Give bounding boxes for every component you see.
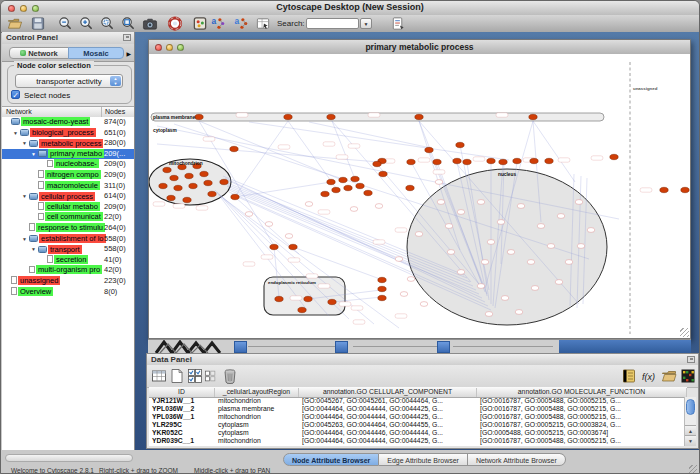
node[interactable] xyxy=(447,250,455,255)
disclosure-triangle-icon[interactable]: ▼ xyxy=(22,191,29,202)
tab-overflow-arrow-icon[interactable]: ▶ xyxy=(126,50,131,57)
zoom-out-icon[interactable] xyxy=(57,16,73,31)
selected-node[interactable] xyxy=(289,244,297,249)
zoom-selected-icon[interactable] xyxy=(99,16,115,31)
node[interactable] xyxy=(350,207,358,212)
attribute-table-icon[interactable] xyxy=(151,368,167,384)
selected-node[interactable] xyxy=(284,114,292,119)
column-header[interactable]: annotation.GO MOLECULAR_FUNCTION xyxy=(477,388,687,397)
selected-node[interactable] xyxy=(463,159,471,164)
selected-node[interactable] xyxy=(339,177,347,182)
scrollbar-thumb[interactable] xyxy=(686,399,695,415)
search-input[interactable] xyxy=(306,18,359,29)
selected-node[interactable] xyxy=(351,176,359,181)
tree-row[interactable]: ▼transport558(0) xyxy=(2,244,134,255)
tree-row[interactable]: macromolecule311(0) xyxy=(2,181,134,192)
selected-node[interactable] xyxy=(185,173,193,178)
selected-node[interactable] xyxy=(231,194,239,199)
tab-edge-attribute-browser[interactable]: Edge Attribute Browser xyxy=(379,453,468,466)
disclosure-triangle-icon[interactable]: ▼ xyxy=(22,234,29,245)
tree-row[interactable]: ▼primary metabo209(... xyxy=(2,149,134,160)
tree-row[interactable]: nucleobase-209(0) xyxy=(2,159,134,170)
selected-node[interactable] xyxy=(453,158,461,163)
node[interactable] xyxy=(555,280,563,285)
tree-row[interactable]: unassigned223(0) xyxy=(2,276,134,287)
selected-node[interactable] xyxy=(344,185,352,190)
scroll-down-button[interactable]: ▼ xyxy=(685,435,696,446)
selected-node[interactable] xyxy=(170,175,178,180)
table-scrollbar[interactable]: ▲ ▼ xyxy=(684,397,696,446)
table-row[interactable]: YLR295Ccytoplasm[GO:0045263, GO:0044464,… xyxy=(149,421,687,429)
selected-node[interactable] xyxy=(545,158,553,163)
tree-row[interactable]: nitrogen compo209(0) xyxy=(2,170,134,181)
column-header[interactable]: annotation.GO CELLULAR_COMPONENT xyxy=(299,388,477,397)
selected-node[interactable] xyxy=(660,187,668,192)
selected-node[interactable] xyxy=(373,161,381,166)
node[interactable] xyxy=(265,222,273,227)
edge[interactable] xyxy=(293,247,380,279)
selected-node[interactable] xyxy=(499,159,507,164)
selected-node[interactable] xyxy=(415,114,423,119)
table-row[interactable]: YPL036W__1mitochondrion[GO:0044464, GO:0… xyxy=(149,413,687,421)
disclosure-triangle-icon[interactable]: ▼ xyxy=(31,244,38,255)
node[interactable] xyxy=(531,286,539,291)
selected-node[interactable] xyxy=(167,195,175,200)
selected-node[interactable] xyxy=(321,191,329,196)
selected-node[interactable] xyxy=(681,187,689,192)
background-window-button[interactable] xyxy=(437,341,450,353)
select-nodes-checkbox[interactable]: ✓ xyxy=(11,90,20,99)
create-attribute-icon[interactable] xyxy=(169,368,185,384)
selected-node[interactable] xyxy=(433,159,441,164)
table-row[interactable]: YDR039C__1mitochondrion[GO:0044464, GO:0… xyxy=(149,437,687,445)
selected-node[interactable] xyxy=(298,307,306,312)
app-resize-grip[interactable] xyxy=(689,465,697,473)
node[interactable] xyxy=(517,204,525,209)
node[interactable] xyxy=(577,244,585,249)
unselect-attributes-icon[interactable] xyxy=(204,368,216,384)
column-header[interactable]: _cellularLayoutRegion xyxy=(215,388,299,397)
disclosure-triangle-icon[interactable]: ▼ xyxy=(31,149,38,160)
node[interactable] xyxy=(437,200,445,205)
control-panel-scrollbar[interactable] xyxy=(5,454,133,462)
node[interactable] xyxy=(445,224,453,229)
selected-node[interactable] xyxy=(275,296,283,301)
node[interactable] xyxy=(587,228,595,233)
function-builder-icon[interactable]: f(x) xyxy=(641,368,657,384)
float-panel-icon[interactable] xyxy=(687,356,695,363)
selected-node[interactable] xyxy=(327,179,335,184)
selected-node[interactable] xyxy=(487,158,495,163)
selected-node[interactable] xyxy=(364,190,372,195)
node[interactable] xyxy=(557,214,565,219)
column-header[interactable]: ID xyxy=(149,388,215,397)
tree-row[interactable]: ▼biological_process651(0) xyxy=(2,128,134,139)
selected-node[interactable] xyxy=(407,159,415,164)
node[interactable] xyxy=(485,312,493,317)
background-window-titlebar[interactable] xyxy=(559,340,691,354)
background-window-button[interactable] xyxy=(335,341,348,353)
selected-node[interactable] xyxy=(163,167,171,172)
selected-node[interactable] xyxy=(195,114,203,119)
attribute-editor-icon[interactable] xyxy=(255,16,271,31)
tree-column-nodes[interactable]: Nodes xyxy=(105,108,125,115)
node[interactable] xyxy=(477,284,485,289)
tree-row[interactable]: response to stimulu264(0) xyxy=(2,223,134,234)
node[interactable] xyxy=(575,200,583,205)
selected-node[interactable] xyxy=(174,185,182,190)
search-dropdown-arrow[interactable]: ▼ xyxy=(360,18,372,29)
node[interactable] xyxy=(527,260,535,265)
tree-row[interactable]: Overview8(0) xyxy=(2,287,134,298)
node-color-dropdown[interactable]: transporter activity ▲▼ xyxy=(15,74,123,88)
selected-node[interactable] xyxy=(379,171,387,176)
selected-node[interactable] xyxy=(220,179,228,184)
delete-attribute-trash-icon[interactable] xyxy=(222,368,238,384)
node[interactable] xyxy=(515,310,523,315)
tree-row[interactable]: cellular metabo209(0) xyxy=(2,202,134,213)
node[interactable] xyxy=(497,220,505,225)
node[interactable] xyxy=(487,240,495,245)
node[interactable] xyxy=(537,224,545,229)
selected-node[interactable] xyxy=(530,158,538,163)
vizmapper-icon[interactable] xyxy=(192,16,208,31)
snapshot-camera-icon[interactable] xyxy=(142,16,158,31)
import-attributes-folder-icon[interactable] xyxy=(661,368,677,384)
edge[interactable] xyxy=(332,121,355,179)
